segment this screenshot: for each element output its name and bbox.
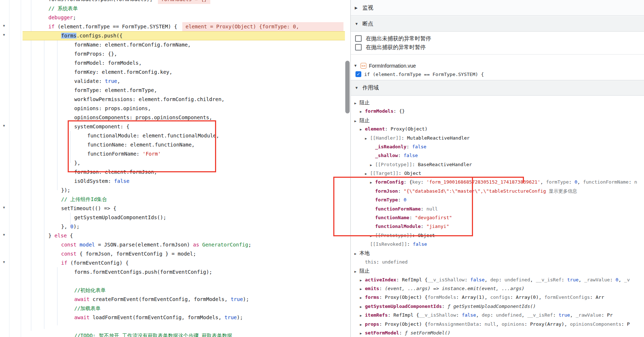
code-token: }, <box>74 160 80 166</box>
code-editor-panel[interactable]: forms.formModels.push(formModels);formMo… <box>0 0 345 337</box>
code-token: formType: element.formType, <box>74 87 157 93</box>
scope-row[interactable]: ▶setFormModel: ƒ setFormModel() <box>351 329 644 337</box>
scope-row[interactable]: ▶阻止 <box>351 116 644 125</box>
pause-option-row[interactable]: 在抛出未捕获的异常时暂停 <box>355 34 431 43</box>
code-line: functionalModule: element.functionalModu… <box>0 131 345 140</box>
scope-row[interactable]: ▶element: Proxy(Object) <box>351 125 644 133</box>
expand-arrow-icon[interactable]: ▶ <box>354 99 359 107</box>
chevron-down-icon[interactable]: ▼ <box>354 64 358 68</box>
expand-arrow-icon[interactable]: ▶ <box>360 285 365 293</box>
variable-name: forms <box>365 294 379 300</box>
variable-value: undefined <box>505 277 530 282</box>
fold-arrow-icon[interactable]: ▼ <box>1 33 7 37</box>
watch-section-label: 监视 <box>362 4 373 11</box>
scope-row[interactable]: functionName: "devgaofirst" <box>351 213 644 222</box>
scope-row[interactable]: ▶props: Proxy(Object) {formAssignmentDat… <box>351 320 644 329</box>
breakpoint-file-group[interactable]: ▼ <> FormInformation.vue <box>354 61 416 70</box>
watch-section-header[interactable]: ▶ 监视 <box>351 0 644 16</box>
scope-row[interactable]: ▶getSystemUploadComponentIds: ƒ getSyste… <box>351 302 644 311</box>
variable-value: 阻止 <box>359 268 370 274</box>
scope-row[interactable]: functionalModule: "jianyi" <box>351 222 644 231</box>
expand-arrow-icon[interactable]: ▶ <box>360 302 365 311</box>
scope-row[interactable]: ▶forms: Proxy(Object) {formModels: Array… <box>351 293 644 302</box>
code-line: const model = JSON.parse(element.formJso… <box>0 240 345 249</box>
variable-value: opinions <box>502 321 525 327</box>
scope-row[interactable]: ▶formModels: {} <box>351 107 644 116</box>
variable-name: itemRefs <box>365 312 388 318</box>
scope-row[interactable]: ▶[[Prototype]]: BaseReactiveHandler <box>351 160 644 169</box>
editor-scrollbar-thumb[interactable] <box>345 61 350 113</box>
scope-row[interactable]: ▶阻止 <box>351 266 644 275</box>
scope-row[interactable]: _isReadonly: false <box>351 143 644 151</box>
variable-name: setFormModel <box>365 330 399 336</box>
expand-arrow-icon[interactable]: ▶ <box>365 169 370 178</box>
code-token: { <box>67 233 73 238</box>
pause-option-row[interactable]: 在抛出捕获的异常时暂停 <box>355 43 426 52</box>
breakpoint-entry[interactable]: ✓ if (element.formType == FormType.SYSTE… <box>355 70 484 79</box>
chevron-down-icon[interactable]: ▼ <box>355 86 359 90</box>
expand-arrow-icon[interactable]: ▶ <box>360 276 365 284</box>
expand-arrow-icon[interactable]: ▶ <box>365 134 370 143</box>
expand-arrow-icon[interactable]: ▶ <box>360 107 365 116</box>
scope-row[interactable]: ▶activeIndex: RefImpl {__v_isShallow: fa… <box>351 276 644 284</box>
scope-row[interactable]: ▶[[Prototype]]: Object <box>351 231 644 240</box>
scope-row[interactable]: [[IsRevoked]]: false <box>351 240 644 249</box>
scope-row[interactable]: ▶本地 <box>351 249 644 257</box>
code-token: , <box>117 78 120 84</box>
variable-value: : <box>406 144 412 149</box>
breakpoint-checkbox-checked[interactable]: ✓ <box>355 71 361 77</box>
variable-value: , <box>540 179 546 185</box>
variable-name: functionFormName <box>375 206 421 212</box>
variable-value: "devgaofirst" <box>415 215 452 220</box>
variable-value: : Proxy(Array), <box>524 321 570 327</box>
scope-section-header[interactable]: ▼ 作用域 <box>351 80 644 96</box>
scope-row[interactable]: ▶itemRefs: RefImpl {__v_isShallow: false… <box>351 311 644 320</box>
code-token: formProps: {}, <box>74 51 117 57</box>
pause-option-label: 在抛出捕获的异常时暂停 <box>366 44 426 51</box>
variable-value: formAssignmentData <box>428 321 479 327</box>
scope-row[interactable]: ▶[[Target]]: Object <box>351 169 644 178</box>
expand-arrow-icon[interactable]: ▶ <box>370 161 375 169</box>
expand-arrow-icon[interactable]: ▶ <box>360 125 365 133</box>
code-token: true <box>231 296 243 302</box>
code-token: formModel: formModels, <box>74 60 142 66</box>
code-token: ; <box>248 242 251 248</box>
fold-arrow-icon[interactable]: ▼ <box>1 206 7 209</box>
expand-arrow-icon[interactable]: ▶ <box>354 267 359 275</box>
scope-row[interactable]: formType: 0 <box>351 196 644 204</box>
fold-arrow-icon[interactable]: ▼ <box>1 24 7 28</box>
fold-arrow-icon[interactable]: ▼ <box>1 260 7 264</box>
scope-row[interactable]: ▶formConfig: {key: 'form_190016868572830… <box>351 178 644 186</box>
code-line <box>0 277 345 286</box>
expand-arrow-icon[interactable]: ▶ <box>370 232 375 240</box>
scope-row[interactable]: ▶[[Handler]]: MutableReactiveHandler <box>351 134 644 143</box>
variable-value: : RefImpl { <box>388 312 419 318</box>
scope-row[interactable]: _shallow: false <box>351 151 644 160</box>
fold-arrow-icon[interactable]: ▼ <box>1 233 7 237</box>
expand-arrow-icon[interactable]: ▶ <box>360 293 365 302</box>
scope-row[interactable]: formJson: "{\"databaseId\":\"master\",\"… <box>351 187 644 196</box>
expand-arrow-icon[interactable]: ▶ <box>360 329 365 337</box>
expand-arrow-icon[interactable]: ▶ <box>370 178 375 186</box>
chevron-down-icon[interactable]: ▼ <box>355 22 359 26</box>
expand-arrow-icon[interactable]: ▶ <box>360 311 365 320</box>
variable-name: formType <box>375 197 398 202</box>
chevron-right-icon[interactable]: ▶ <box>355 6 359 10</box>
variable-name: getSystemUploadComponentIds <box>365 304 442 309</box>
variable-value: configs <box>490 294 510 300</box>
variable-value: : <box>379 286 385 291</box>
expand-arrow-icon[interactable]: ▶ <box>354 249 359 257</box>
checkbox-unchecked[interactable] <box>355 35 362 42</box>
expand-arrow-icon[interactable]: ▶ <box>360 320 365 329</box>
checkbox-unchecked[interactable] <box>355 44 362 51</box>
expand-arrow-icon[interactable]: ▶ <box>354 117 359 125</box>
scope-row[interactable]: functionFormName: null <box>351 205 644 213</box>
panel-divider[interactable] <box>350 0 351 337</box>
variable-value: _rawValue <box>576 312 601 318</box>
scope-row[interactable]: ▶阻止 <box>351 98 644 107</box>
scope-row[interactable]: ▶emits: (event, ...args) => instance.emi… <box>351 284 644 293</box>
breakpoints-section-header[interactable]: ▼ 断点 <box>351 16 644 32</box>
variable-value: 'form_1900168685728305152_1741873839621' <box>426 179 540 185</box>
scope-row[interactable]: this: undefined <box>351 258 644 266</box>
fold-arrow-icon[interactable]: ▼ <box>1 124 7 128</box>
